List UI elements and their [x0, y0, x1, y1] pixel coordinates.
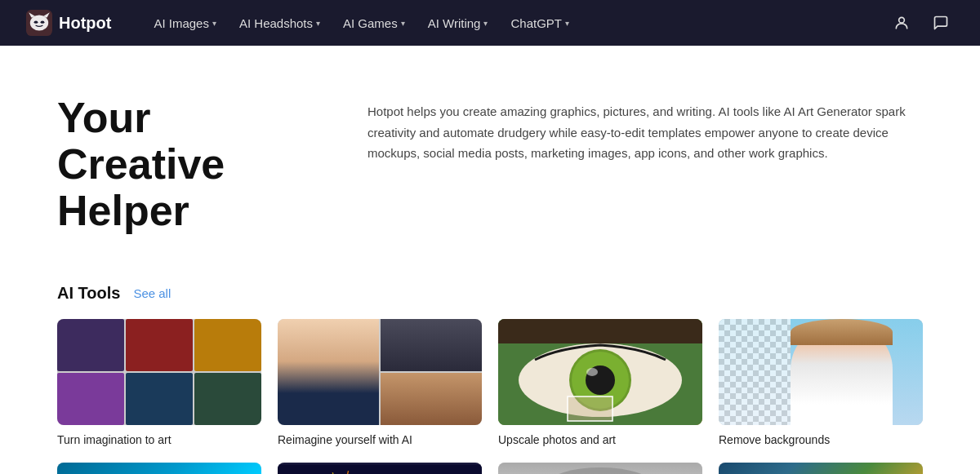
headshot-cell: [381, 373, 482, 425]
svg-rect-14: [568, 396, 612, 421]
chevron-down-icon: ▾: [401, 19, 405, 28]
logo[interactable]: Hotpot: [26, 10, 111, 36]
user-icon: [893, 15, 910, 31]
svg-point-6: [899, 17, 905, 23]
svg-rect-15: [278, 464, 482, 474]
art-cell: [194, 319, 261, 371]
tool-card-upscale[interactable]: Upscale photos and art: [498, 319, 702, 446]
nav-item-ai-games[interactable]: AI Games ▾: [333, 11, 415, 35]
tool-art-image: [57, 319, 261, 425]
ai-tools-section: AI Tools See all Turn imagination to art: [57, 284, 923, 474]
svg-point-1: [30, 15, 48, 30]
tool-card-fireworks[interactable]: [278, 463, 482, 474]
svg-rect-8: [498, 319, 702, 343]
svg-point-5: [41, 21, 45, 24]
tool-card-painting[interactable]: [719, 463, 923, 474]
nav-item-ai-images[interactable]: AI Images ▾: [144, 11, 226, 35]
fireworks-visual: [278, 463, 482, 474]
art-cell: [126, 319, 193, 371]
bg-remove-visual: [719, 319, 923, 425]
see-all-link[interactable]: See all: [133, 286, 171, 300]
logo-text: Hotpot: [59, 14, 111, 33]
chat-icon: [933, 15, 949, 31]
chat-icon-button[interactable]: [928, 10, 954, 36]
tool-upscale-label: Upscale photos and art: [498, 433, 702, 446]
tool-portrait-image: [498, 463, 702, 474]
art-cell: [57, 373, 124, 425]
tool-card-art[interactable]: Turn imagination to art: [57, 319, 261, 446]
main-content: Your Creative Helper Hotpot helps you cr…: [24, 46, 956, 474]
chevron-down-icon: ▾: [483, 19, 488, 28]
svg-point-4: [34, 21, 38, 24]
section-header: AI Tools See all: [57, 284, 923, 303]
art-cell: [126, 373, 193, 425]
svg-point-13: [586, 368, 598, 376]
page-heading: Your Creative Helper: [57, 95, 302, 235]
tool-card-portrait[interactable]: [498, 463, 702, 474]
tool-card-bg-remove[interactable]: Remove backgrounds: [719, 319, 923, 446]
nav-links: AI Images ▾ AI Headshots ▾ AI Games ▾ AI…: [144, 11, 882, 35]
tool-painting-image: [719, 463, 923, 474]
tool-wave-image: [57, 463, 261, 474]
checker-pattern: [719, 319, 791, 425]
tool-upscale-image: [498, 319, 702, 425]
chevron-down-icon: ▾: [316, 19, 320, 28]
tool-art-label: Turn imagination to art: [57, 433, 261, 446]
hero-description: Hotpot helps you create amazing graphics…: [368, 95, 923, 164]
nav-item-ai-writing[interactable]: AI Writing ▾: [418, 11, 498, 35]
tool-bg-remove-label: Remove backgrounds: [719, 433, 923, 446]
nav-icon-group: [889, 10, 954, 36]
wave-visual: [57, 463, 261, 474]
portrait-visual: [498, 463, 702, 474]
nav-item-chatgpt[interactable]: ChatGPT ▾: [501, 11, 579, 35]
headshot-cell: [381, 319, 482, 371]
tool-bg-remove-image: [719, 319, 923, 425]
nav-item-ai-headshots[interactable]: AI Headshots ▾: [229, 11, 330, 35]
painting-visual: [719, 463, 923, 474]
tool-headshots-image: [278, 319, 482, 425]
chevron-down-icon: ▾: [212, 19, 216, 28]
tools-grid: Turn imagination to art Reimagine yourse…: [57, 319, 923, 474]
tool-card-wave[interactable]: [57, 463, 261, 474]
tool-fireworks-image: [278, 463, 482, 474]
art-cell: [57, 319, 124, 371]
user-icon-button[interactable]: [889, 10, 915, 36]
hero-title: Your Creative Helper: [57, 95, 302, 235]
chevron-down-icon: ▾: [565, 19, 569, 28]
tool-card-headshots[interactable]: Reimagine yourself with AI: [278, 319, 482, 446]
navbar: Hotpot AI Images ▾ AI Headshots ▾ AI Gam…: [0, 0, 980, 46]
portrait-hair: [550, 467, 652, 474]
hotpot-logo-icon: [26, 10, 52, 36]
headshot-cell: [278, 319, 379, 425]
section-title: AI Tools: [57, 284, 120, 303]
hair-shape: [791, 319, 893, 346]
eye-visual: [498, 319, 702, 425]
tool-headshots-label: Reimagine yourself with AI: [278, 433, 482, 446]
art-cell: [194, 373, 261, 425]
hero-section: Your Creative Helper Hotpot helps you cr…: [57, 95, 923, 235]
